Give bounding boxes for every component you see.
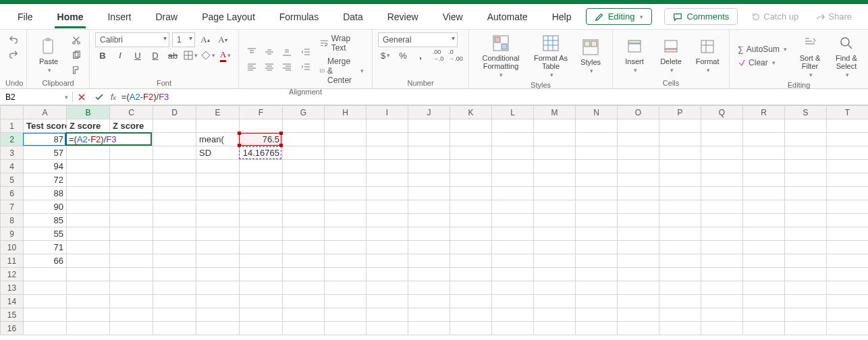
borders-button[interactable]: ▾ <box>183 49 198 62</box>
cell-O8[interactable] <box>618 214 659 227</box>
tab-automate[interactable]: Automate <box>475 6 540 28</box>
cell-A14[interactable] <box>24 295 67 308</box>
cell-D14[interactable] <box>153 295 196 308</box>
fill-color-button[interactable]: ▾ <box>200 49 215 62</box>
cell-G14[interactable] <box>283 295 325 308</box>
align-bottom-button[interactable] <box>279 45 294 59</box>
cell-M8[interactable] <box>534 214 576 227</box>
cell-T6[interactable] <box>827 187 869 200</box>
cell-R3[interactable] <box>743 146 785 160</box>
cell-S13[interactable] <box>785 281 827 295</box>
cell-L4[interactable] <box>492 160 534 173</box>
cell-F13[interactable] <box>240 281 283 295</box>
cell-S7[interactable] <box>785 200 827 214</box>
cell-F6[interactable] <box>240 187 283 200</box>
cell-R1[interactable] <box>743 119 785 133</box>
cell-J15[interactable] <box>408 308 450 322</box>
colhdr-E[interactable]: E <box>196 106 240 119</box>
cell-M3[interactable] <box>534 146 576 160</box>
cell-F10[interactable] <box>240 241 283 254</box>
cell-P1[interactable] <box>659 119 701 133</box>
cell-T11[interactable] <box>827 254 869 268</box>
cell-T5[interactable] <box>827 173 869 187</box>
cell-H2[interactable] <box>325 133 367 146</box>
cell-K16[interactable] <box>450 322 492 335</box>
cell-I5[interactable] <box>367 173 408 187</box>
cell-G4[interactable] <box>283 160 325 173</box>
cell-L8[interactable] <box>492 214 534 227</box>
cell-N3[interactable] <box>576 146 618 160</box>
cell-F5[interactable] <box>240 173 283 187</box>
find-select-button[interactable]: Find & Select▾ <box>830 32 863 80</box>
cell-E10[interactable] <box>196 241 240 254</box>
cell-H10[interactable] <box>325 241 367 254</box>
cell-A12[interactable] <box>24 268 67 281</box>
cell-J14[interactable] <box>408 295 450 308</box>
cell-J16[interactable] <box>408 322 450 335</box>
cell-E13[interactable] <box>196 281 240 295</box>
cell-J3[interactable] <box>408 146 450 160</box>
cell-N10[interactable] <box>576 241 618 254</box>
cell-O16[interactable] <box>618 322 659 335</box>
tab-data[interactable]: Data <box>331 6 375 28</box>
cell-D13[interactable] <box>153 281 196 295</box>
cell-N8[interactable] <box>576 214 618 227</box>
cell-P3[interactable] <box>659 146 701 160</box>
cell-Q6[interactable] <box>701 187 743 200</box>
cell-L14[interactable] <box>492 295 534 308</box>
cell-S4[interactable] <box>785 160 827 173</box>
cell-J7[interactable] <box>408 200 450 214</box>
cell-M13[interactable] <box>534 281 576 295</box>
cell-S14[interactable] <box>785 295 827 308</box>
cell-P13[interactable] <box>659 281 701 295</box>
cell-R6[interactable] <box>743 187 785 200</box>
cell-A13[interactable] <box>24 281 67 295</box>
cell-R7[interactable] <box>743 200 785 214</box>
cell-F14[interactable] <box>240 295 283 308</box>
cell-C5[interactable] <box>110 173 153 187</box>
cell-S9[interactable] <box>785 227 827 241</box>
rowhdr-14[interactable]: 14 <box>1 295 24 308</box>
cell-T9[interactable] <box>827 227 869 241</box>
rowhdr-3[interactable]: 3 <box>1 146 24 160</box>
cell-I2[interactable] <box>367 133 408 146</box>
double-underline-button[interactable]: D <box>148 49 163 62</box>
cell-I16[interactable] <box>367 322 408 335</box>
tab-formulas[interactable]: Formulas <box>267 6 331 28</box>
cell-I6[interactable] <box>367 187 408 200</box>
cell-T1[interactable] <box>827 119 869 133</box>
cell-O11[interactable] <box>618 254 659 268</box>
name-box-input[interactable] <box>4 92 68 103</box>
cell-C1[interactable]: Z score <box>110 119 153 133</box>
cell-R14[interactable] <box>743 295 785 308</box>
colhdr-S[interactable]: S <box>785 106 827 119</box>
currency-button[interactable]: $▾ <box>378 49 393 62</box>
cell-T12[interactable] <box>827 268 869 281</box>
cell-S12[interactable] <box>785 268 827 281</box>
cell-B10[interactable] <box>67 241 110 254</box>
cell-H15[interactable] <box>325 308 367 322</box>
cell-D11[interactable] <box>153 254 196 268</box>
tab-home[interactable]: Home <box>45 6 96 28</box>
cell-C13[interactable] <box>110 281 153 295</box>
cell-C15[interactable] <box>110 308 153 322</box>
formula-accept-button[interactable] <box>90 89 108 105</box>
cell-M2[interactable] <box>534 133 576 146</box>
active-cell-editor[interactable]: =(A2-F2)/F3 <box>65 132 152 146</box>
cell-M12[interactable] <box>534 268 576 281</box>
cell-N5[interactable] <box>576 173 618 187</box>
cell-M4[interactable] <box>534 160 576 173</box>
cell-S10[interactable] <box>785 241 827 254</box>
colhdr-O[interactable]: O <box>618 106 659 119</box>
cell-I13[interactable] <box>367 281 408 295</box>
cell-K11[interactable] <box>450 254 492 268</box>
align-right-button[interactable] <box>279 60 294 74</box>
cell-A6[interactable]: 88 <box>24 187 67 200</box>
grid[interactable]: A B C D E F G H I J K L M N O P Q R S T … <box>0 105 868 335</box>
tab-view[interactable]: View <box>431 6 475 28</box>
cell-C9[interactable] <box>110 227 153 241</box>
cell-N15[interactable] <box>576 308 618 322</box>
cell-I12[interactable] <box>367 268 408 281</box>
rowhdr-13[interactable]: 13 <box>1 281 24 295</box>
cell-J8[interactable] <box>408 214 450 227</box>
